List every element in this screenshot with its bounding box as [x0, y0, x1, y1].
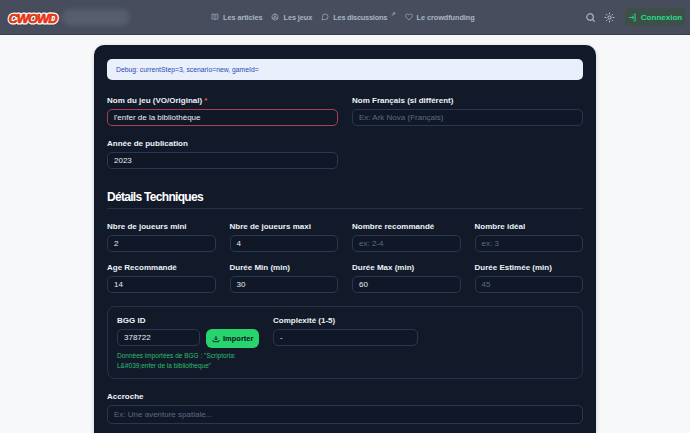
svg-text:CWOWD: CWOWD	[9, 11, 59, 26]
